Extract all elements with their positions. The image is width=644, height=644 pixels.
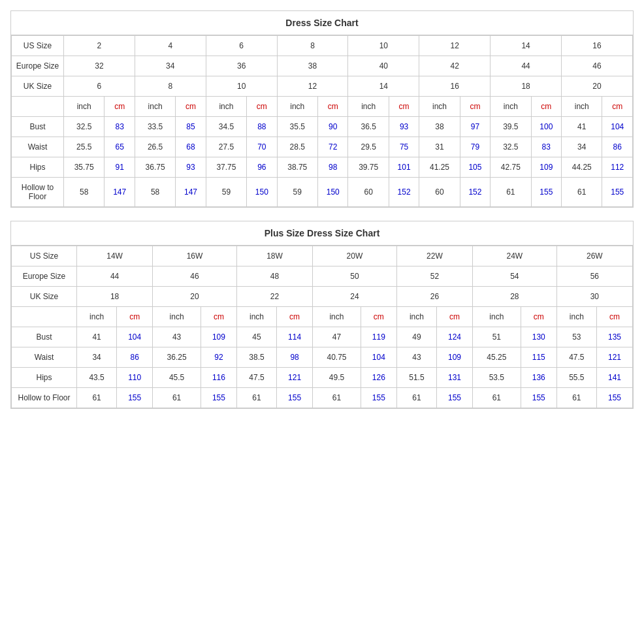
table-cell: 43.5 <box>77 368 117 388</box>
unit-cm: cm <box>361 307 396 327</box>
table-cell: 59 <box>277 178 317 207</box>
table-cell: 46 <box>562 56 633 76</box>
table-cell: 68 <box>176 137 206 157</box>
table-cell: 22 <box>236 287 312 307</box>
table-cell: 83 <box>105 117 135 137</box>
table-cell: 32 <box>64 56 135 76</box>
table-cell: 60 <box>348 178 389 207</box>
unit-cm: cm <box>117 307 153 327</box>
table-cell: 52 <box>396 266 472 287</box>
table-cell: 34 <box>562 137 602 157</box>
unit-cm: cm <box>247 97 277 117</box>
table-cell: 141 <box>596 368 632 388</box>
table-cell: 109 <box>437 347 473 368</box>
unit-inch: inch <box>135 97 175 117</box>
table-cell: 96 <box>247 157 277 178</box>
table-cell: 8 <box>277 36 348 56</box>
unit-cm: cm <box>531 97 561 117</box>
table-cell: 36.25 <box>153 347 201 368</box>
table-cell: 152 <box>389 178 419 207</box>
chart2-table: US Size 14W 16W 18W 20W 22W 24W 26W Euro… <box>11 246 633 408</box>
unit-cm: cm <box>596 307 632 327</box>
table-cell: 109 <box>201 327 236 347</box>
table-row: UK Size 18 20 22 24 26 28 30 <box>12 287 633 307</box>
table-row: Hips 35.75 91 36.75 93 37.75 96 38.75 98… <box>12 157 633 178</box>
table-cell: 155 <box>201 388 236 408</box>
table-cell: 10 <box>206 76 277 97</box>
table-row: Europe Size 32 34 36 38 40 42 44 46 <box>12 56 633 76</box>
table-cell: 98 <box>318 157 348 178</box>
table-cell: 20 <box>153 287 237 307</box>
unit-inch: inch <box>313 307 361 327</box>
unit-cm: cm <box>277 307 313 327</box>
unit-inch: inch <box>491 97 531 117</box>
table-cell: 44 <box>77 266 153 287</box>
table-row: inch cm inch cm inch cm inch cm inch cm … <box>12 97 633 117</box>
table-cell: 61 <box>396 388 436 408</box>
unit-cm: cm <box>602 97 633 117</box>
table-cell: 60 <box>419 178 460 207</box>
table-row: Bust 32.5 83 33.5 85 34.5 88 35.5 90 36.… <box>12 117 633 137</box>
table-cell: 29.5 <box>348 137 389 157</box>
table-cell: 38.5 <box>236 347 276 368</box>
table-cell: 59 <box>206 178 246 207</box>
table-cell: 155 <box>117 388 153 408</box>
table-cell: 43 <box>153 327 201 347</box>
table-cell: 53 <box>556 327 596 347</box>
table-cell: 155 <box>277 388 313 408</box>
hips-label: Hips <box>12 157 64 178</box>
table-cell: 121 <box>277 368 313 388</box>
table-cell: 16W <box>153 246 237 266</box>
table-cell: 48 <box>236 266 312 287</box>
table-cell: 72 <box>318 137 348 157</box>
plus-size-dress-size-chart: Plus Size Dress Size Chart US Size 14W 1… <box>10 221 634 409</box>
table-cell: 155 <box>361 388 396 408</box>
table-cell: 34 <box>77 347 117 368</box>
table-cell: 45.5 <box>153 368 201 388</box>
table-cell: 24 <box>313 287 397 307</box>
table-cell: 98 <box>277 347 313 368</box>
table-cell: 75 <box>389 137 419 157</box>
table-cell: 34.5 <box>206 117 246 137</box>
table-cell: 20 <box>562 76 633 97</box>
table-cell: 2 <box>64 36 135 56</box>
table-cell: 16 <box>562 36 633 56</box>
table-cell: 26W <box>556 246 632 266</box>
table-cell: 115 <box>521 347 556 368</box>
table-cell: 45 <box>236 327 276 347</box>
table-cell: 38 <box>419 117 460 137</box>
table-cell: 100 <box>531 117 561 137</box>
table-cell: 86 <box>602 137 633 157</box>
table-cell: 47 <box>313 327 361 347</box>
table-cell: 12 <box>419 36 491 56</box>
table-cell: 124 <box>437 327 473 347</box>
table-cell: 39.75 <box>348 157 389 178</box>
table-cell: 130 <box>521 327 556 347</box>
table-cell: 26.5 <box>135 137 175 157</box>
table-cell: 12 <box>277 76 348 97</box>
chart1-table: US Size 2 4 6 8 10 12 14 16 Europe Size … <box>11 35 633 207</box>
unit-cm: cm <box>105 97 135 117</box>
table-row: Waist 25.5 65 26.5 68 27.5 70 28.5 72 29… <box>12 137 633 157</box>
table-cell: 27.5 <box>206 137 246 157</box>
table-cell: 49 <box>396 327 436 347</box>
table-cell: 61 <box>153 388 201 408</box>
table-cell: 6 <box>206 36 277 56</box>
table-cell: 116 <box>201 368 236 388</box>
table-cell: 90 <box>318 117 348 137</box>
bust-label: Bust <box>12 327 77 347</box>
table-cell: 150 <box>318 178 348 207</box>
table-cell: 43 <box>396 347 436 368</box>
unit-inch: inch <box>348 97 389 117</box>
unit-inch: inch <box>562 97 602 117</box>
table-cell: 119 <box>361 327 396 347</box>
table-cell: 18 <box>77 287 153 307</box>
table-cell: 112 <box>602 157 633 178</box>
table-row: Hollow to Floor 58 147 58 147 59 150 59 … <box>12 178 633 207</box>
table-cell: 33.5 <box>135 117 175 137</box>
table-cell: 85 <box>176 117 206 137</box>
table-cell: 131 <box>437 368 473 388</box>
table-cell: 135 <box>596 327 632 347</box>
table-cell: 53.5 <box>472 368 521 388</box>
table-cell: 54 <box>472 266 556 287</box>
